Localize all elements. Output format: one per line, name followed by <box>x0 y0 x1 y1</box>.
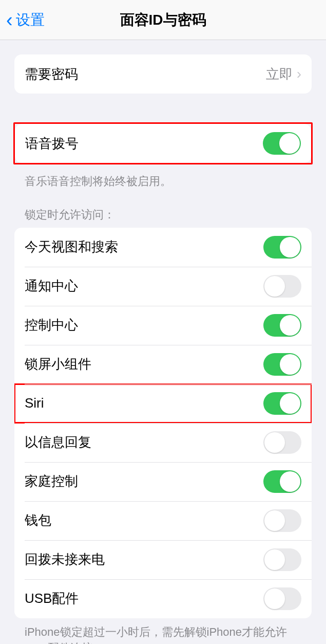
lock-item-toggle[interactable] <box>263 470 301 493</box>
voice-dial-footer: 音乐语音控制将始终被启用。 <box>14 168 312 190</box>
lock-item-label: Siri <box>25 395 44 411</box>
lock-item-label: 以信息回复 <box>25 433 91 451</box>
lock-item-label: USB配件 <box>25 590 79 608</box>
row-require-passcode[interactable]: 需要密码 立即 › <box>14 54 312 94</box>
lock-item-label: 锁屏小组件 <box>25 355 91 373</box>
row-lock-item: USB配件 <box>14 579 312 618</box>
lock-access-header: 锁定时允许访问： <box>14 207 312 228</box>
back-label: 设置 <box>16 10 45 30</box>
voice-dial-label: 语音拨号 <box>25 135 79 153</box>
row-lock-item: 回拨未接来电 <box>14 540 312 579</box>
lock-item-label: 通知中心 <box>25 277 78 295</box>
lock-item-label: 家庭控制 <box>25 472 78 490</box>
lock-item-toggle[interactable] <box>263 431 301 454</box>
lock-item-label: 今天视图和搜索 <box>25 238 118 256</box>
page-title: 面容ID与密码 <box>120 10 206 30</box>
require-passcode-label: 需要密码 <box>25 65 78 83</box>
row-voice-dial: 语音拨号 <box>15 124 311 163</box>
row-lock-item: 家庭控制 <box>14 462 312 501</box>
group-voice-dial: 语音拨号 <box>15 124 311 163</box>
lock-item-toggle[interactable] <box>263 314 301 337</box>
row-lock-item: 控制中心 <box>14 306 312 345</box>
group-lock-access: 今天视图和搜索通知中心控制中心锁屏小组件Siri以信息回复家庭控制钱包回拨未接来… <box>14 228 312 618</box>
chevron-right-icon: › <box>297 67 301 81</box>
lock-item-toggle[interactable] <box>263 548 301 571</box>
back-button[interactable]: ‹ 设置 <box>6 10 45 30</box>
lock-item-toggle[interactable] <box>263 509 301 532</box>
lock-item-toggle[interactable] <box>263 275 301 298</box>
highlight-voice-dial: 语音拨号 <box>13 122 313 164</box>
row-lock-item: 通知中心 <box>14 267 312 306</box>
lock-item-toggle[interactable] <box>263 236 301 259</box>
lock-item-label: 回拨未接来电 <box>25 550 105 568</box>
group-require-passcode: 需要密码 立即 › <box>14 54 312 94</box>
navbar: ‹ 设置 面容ID与密码 <box>0 0 326 40</box>
lock-item-label: 钱包 <box>25 511 51 529</box>
row-lock-item: 锁屏小组件 <box>14 345 312 384</box>
row-lock-item: 今天视图和搜索 <box>14 228 312 267</box>
row-lock-item: 钱包 <box>14 501 312 540</box>
lock-access-footer: iPhone锁定超过一小时后，需先解锁iPhone才能允许USB配件连接。 <box>14 618 312 644</box>
voice-dial-toggle[interactable] <box>263 132 301 155</box>
lock-item-label: 控制中心 <box>25 316 78 334</box>
chevron-left-icon: ‹ <box>6 10 13 30</box>
row-lock-item: 以信息回复 <box>14 423 312 462</box>
lock-item-toggle[interactable] <box>263 587 301 610</box>
lock-item-toggle[interactable] <box>263 353 301 376</box>
require-passcode-value: 立即 <box>266 65 293 83</box>
row-lock-item-highlighted: Siri <box>14 384 312 423</box>
lock-item-toggle[interactable] <box>263 392 301 415</box>
